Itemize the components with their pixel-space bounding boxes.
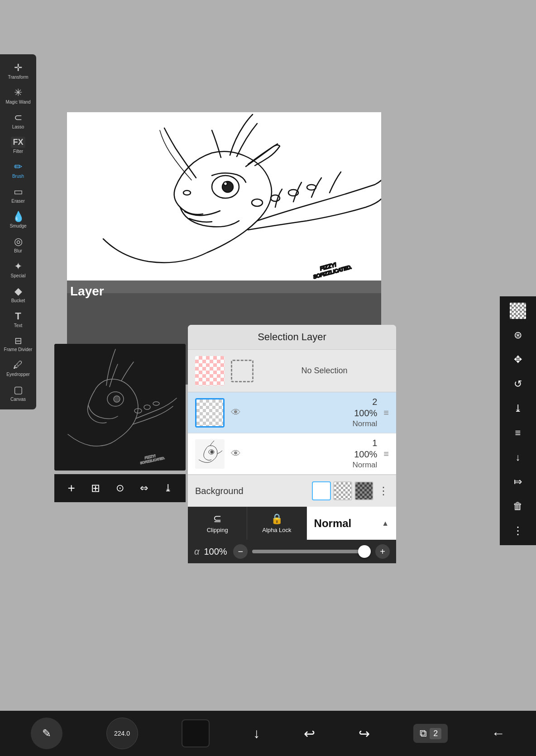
- merge-down-icon: ⤓: [514, 403, 522, 414]
- background-row[interactable]: Background ⋮: [188, 475, 396, 507]
- flip-button[interactable]: ⇔: [138, 482, 150, 494]
- text-icon: T: [15, 310, 21, 322]
- svg-point-20: [211, 451, 213, 453]
- brush-size-value: 224.0: [114, 730, 130, 737]
- tool-eraser[interactable]: ▭ Eraser: [0, 183, 36, 207]
- eraser-icon: ▭: [14, 186, 23, 198]
- merge-button[interactable]: ⤓: [162, 482, 174, 494]
- add-layer-button[interactable]: +: [66, 481, 77, 495]
- alpha-slider-track[interactable]: [252, 550, 371, 553]
- tool-label: Filter: [13, 149, 23, 154]
- thumbnail-container: FIZZY! SOFIZZLICATED.: [54, 344, 186, 471]
- layer-2-checker: [196, 399, 223, 426]
- color-swatch-button[interactable]: [182, 719, 210, 747]
- add-group-button[interactable]: ⊞: [89, 482, 102, 494]
- delete-layer-button[interactable]: 🗑: [503, 494, 532, 518]
- redo-button[interactable]: ↪: [359, 726, 370, 742]
- tool-label: Eyedropper: [6, 372, 30, 377]
- brush-size-display[interactable]: 224.0: [106, 718, 138, 749]
- bg-swatch-white[interactable]: [312, 481, 331, 500]
- tool-label: Text: [14, 323, 22, 328]
- svg-point-3: [183, 190, 191, 195]
- merge-down-button[interactable]: ⤓: [503, 397, 532, 420]
- tool-blur[interactable]: ◎ Blur: [0, 233, 36, 257]
- tool-canvas[interactable]: ▢ Canvas: [0, 381, 36, 405]
- layers-count-badge: 2: [430, 728, 441, 739]
- move-down-button[interactable]: ↓: [503, 446, 532, 469]
- main-canvas: FIZZY! SOFIZZLICATED.: [67, 112, 381, 293]
- camera-button[interactable]: ⊙: [114, 482, 126, 494]
- layer-1-eye-button[interactable]: 👁: [231, 448, 241, 460]
- tool-bucket[interactable]: ◆ Bucket: [0, 282, 36, 306]
- layer-panel-header: Selection Layer: [188, 325, 396, 350]
- layers-button[interactable]: ⧉ 2: [413, 724, 448, 743]
- download-button[interactable]: ↓: [253, 726, 260, 741]
- tool-filter[interactable]: FX Filter: [0, 133, 36, 157]
- checker-bg-button[interactable]: [503, 299, 532, 323]
- svg-point-2: [224, 182, 227, 185]
- layer-row-1[interactable]: 👁 1 100% Normal ≡: [188, 433, 396, 475]
- flatten-icon: ≡: [515, 427, 521, 439]
- alpha-value: 100%: [204, 547, 229, 557]
- magic-wand-icon: ✳: [14, 87, 22, 99]
- more-options-button[interactable]: ⋮: [503, 519, 532, 542]
- tool-magic-wand[interactable]: ✳ Magic Wand: [0, 84, 36, 108]
- clipping-button[interactable]: ⊆ Clipping: [188, 507, 247, 540]
- move-layer-icon: ✥: [514, 354, 522, 366]
- flatten-button[interactable]: ≡: [503, 421, 532, 445]
- bg-swatch-gray[interactable]: [333, 481, 352, 500]
- dragon-artwork: FIZZY! SOFIZZLICATED.: [67, 112, 381, 293]
- alpha-minus-button[interactable]: −: [233, 544, 248, 559]
- move-layer-button[interactable]: ✥: [503, 348, 532, 371]
- pen-settings-button[interactable]: ✎: [31, 718, 62, 749]
- undo-button[interactable]: ↩: [304, 726, 315, 742]
- no-selection-text: No Selection: [260, 366, 389, 376]
- filter-icon: FX: [11, 137, 25, 148]
- tool-text[interactable]: T Text: [0, 307, 36, 331]
- background-swatches: [312, 481, 373, 500]
- layer-1-info: 1 100% Normal: [247, 438, 377, 470]
- back-button[interactable]: ←: [492, 726, 505, 741]
- svg-point-4: [252, 199, 263, 206]
- tool-transform[interactable]: ✛ Transform: [0, 59, 36, 83]
- blend-mode-selector[interactable]: Normal ▲: [307, 507, 396, 540]
- alpha-row: α 100% − +: [188, 540, 396, 563]
- tool-eyedropper[interactable]: 🖊 Eyedropper: [0, 356, 36, 380]
- layer-1-number: 1: [372, 438, 377, 448]
- merge-all-button[interactable]: ⤇: [503, 470, 532, 494]
- layer-1-hamburger[interactable]: ≡: [383, 449, 389, 459]
- tool-label: Magic Wand: [5, 100, 30, 105]
- layer-2-thumbnail: [195, 398, 225, 428]
- svg-point-5: [271, 195, 280, 201]
- layer-1-opacity: 100%: [354, 449, 377, 460]
- layer-2-eye-button[interactable]: 👁: [231, 407, 241, 418]
- background-label: Background: [195, 486, 312, 496]
- alpha-plus-button[interactable]: +: [375, 544, 390, 559]
- rotate-flip-icon: ↺: [514, 378, 522, 390]
- background-more-button[interactable]: ⋮: [378, 485, 389, 497]
- layer-1-blendmode: Normal: [353, 461, 378, 470]
- layer-settings-button[interactable]: ⊛: [503, 323, 532, 347]
- tool-brush[interactable]: ✏ Brush: [0, 158, 36, 182]
- alpha-slider-thumb[interactable]: [358, 545, 371, 558]
- layer-2-info: 2 100% Normal: [247, 397, 377, 428]
- layer-2-hamburger[interactable]: ≡: [383, 408, 389, 418]
- layer-2-blendmode: Normal: [353, 419, 378, 428]
- tool-lasso[interactable]: ⊂ Lasso: [0, 109, 36, 133]
- tool-label: Transform: [8, 75, 28, 80]
- layer-row-2[interactable]: 👁 2 100% Normal ≡: [188, 392, 396, 433]
- tool-label: Special: [11, 273, 26, 278]
- tool-smudge[interactable]: 💧 Smudge: [0, 208, 36, 232]
- right-panel: ⊛ ✥ ↺ ⤓ ≡ ↓ ⤇ 🗑 ⋮: [500, 296, 536, 545]
- blend-mode-bar: ⊆ Clipping 🔒 Alpha Lock Normal ▲: [188, 507, 396, 540]
- transform-icon: ✛: [14, 62, 22, 74]
- bg-swatch-dark[interactable]: [354, 481, 373, 500]
- selection-layer-row[interactable]: No Selection: [188, 350, 396, 392]
- tool-frame-divider[interactable]: ⊟ Frame Divider: [0, 332, 36, 355]
- tool-special[interactable]: ✦ Special: [0, 257, 36, 281]
- tool-label: Smudge: [10, 223, 26, 228]
- tool-label: Brush: [12, 174, 24, 179]
- layer-overlay-title: Layer: [70, 284, 104, 299]
- rotate-flip-button[interactable]: ↺: [503, 372, 532, 396]
- alpha-lock-button[interactable]: 🔒 Alpha Lock: [247, 507, 306, 540]
